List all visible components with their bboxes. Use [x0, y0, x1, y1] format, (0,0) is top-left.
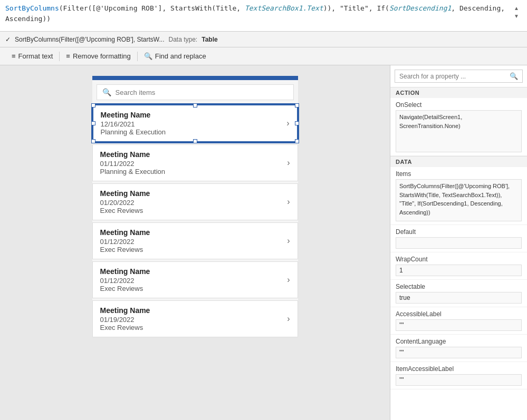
formula-keyword: SortByColumns — [5, 4, 59, 12]
list-item[interactable]: Meeting Name01/20/2022Exec Reviews› — [92, 183, 298, 220]
prop-row-wrapcount: WrapCount1 — [390, 252, 527, 280]
prop-label: AccessibleLabel — [396, 310, 522, 318]
item-date: 01/11/2022 — [100, 160, 288, 168]
remove-formatting-icon: ≡ — [66, 52, 70, 60]
item-category: Exec Reviews — [100, 207, 288, 214]
formula-text: (Filter([@'Upcoming ROB'], StartsWith(Ti… — [59, 4, 245, 12]
list-item[interactable]: Meeting Name01/12/2022Exec Reviews› — [92, 261, 298, 298]
list-item-content: Meeting Name01/19/2022Exec Reviews — [100, 306, 288, 331]
handle-mr[interactable] — [295, 121, 299, 125]
prop-value[interactable]: "" — [396, 319, 522, 331]
breadcrumb-bar: ✓ SortByColumns(Filter([@'Upcoming ROB']… — [0, 32, 527, 47]
remove-formatting-button[interactable]: ≡ Remove formatting — [60, 50, 137, 63]
item-date: 01/20/2022 — [100, 199, 288, 207]
handle-bl[interactable] — [91, 139, 95, 143]
list-item[interactable]: Meeting Name01/11/2022Planning & Executi… — [92, 144, 298, 181]
formula-text2: )), "Title", If( — [323, 4, 389, 12]
breadcrumb-data-type-value: Table — [202, 36, 217, 43]
prop-value[interactable]: Navigate(DetailScreen1, ScreenTransition… — [396, 110, 522, 152]
formula-content[interactable]: SortByColumns(Filter([@'Upcoming ROB'], … — [5, 3, 511, 24]
search-bar: 🔍 — [97, 84, 294, 100]
item-date: 12/16/2021 — [101, 120, 287, 128]
prop-row-accessiblelabel: AccessibleLabel"" — [390, 307, 527, 335]
item-category: Planning & Execution — [100, 168, 288, 175]
format-text-button[interactable]: ≡ Format text — [5, 50, 59, 63]
formula-scroll[interactable]: ▲ ▼ — [511, 3, 522, 19]
list-item[interactable]: Meeting Name01/19/2022Exec Reviews› — [92, 300, 298, 337]
prop-label: ContentLanguage — [396, 338, 522, 345]
list-item-content: Meeting Name01/12/2022Exec Reviews — [100, 267, 288, 292]
search-input[interactable] — [116, 89, 288, 96]
remove-formatting-label: Remove formatting — [73, 52, 131, 60]
scroll-up-icon[interactable]: ▲ — [514, 5, 519, 11]
handle-tl[interactable] — [91, 103, 95, 108]
item-category: Exec Reviews — [100, 246, 288, 253]
item-title: Meeting Name — [101, 111, 287, 119]
breadcrumb-check: ✓ — [5, 36, 11, 43]
search-icon: 🔍 — [102, 88, 111, 96]
handle-ml[interactable] — [91, 121, 95, 125]
breadcrumb-formula: SortByColumns(Filter([@'Upcoming ROB'], … — [15, 36, 165, 43]
list-item[interactable]: Meeting Name12/16/2021Planning & Executi… — [92, 104, 298, 142]
chevron-right-icon: › — [287, 275, 290, 285]
list-item-content: Meeting Name12/16/2021Planning & Executi… — [101, 111, 287, 136]
props-search-bar: 🔍 — [395, 70, 523, 83]
item-title: Meeting Name — [100, 189, 288, 198]
props-sections: ACTIONOnSelectNavigate(DetailScreen1, Sc… — [390, 87, 527, 389]
handle-bc[interactable] — [193, 139, 197, 143]
prop-row-onselect: OnSelectNavigate(DetailScreen1, ScreenTr… — [390, 98, 527, 156]
item-date: 01/19/2022 — [100, 316, 288, 324]
prop-value[interactable]: "" — [396, 374, 522, 386]
prop-row-selectable: Selectabletrue — [390, 280, 527, 307]
prop-row-default: Default — [390, 225, 527, 252]
prop-label: ItemAccessibleLabel — [396, 365, 522, 373]
handle-br[interactable] — [295, 139, 299, 143]
format-text-icon: ≡ — [12, 52, 16, 60]
find-replace-label: Find and replace — [155, 52, 206, 60]
prop-label: Selectable — [396, 283, 522, 290]
prop-value[interactable] — [396, 237, 522, 249]
prop-value[interactable]: true — [396, 292, 522, 304]
list-item-content: Meeting Name01/12/2022Exec Reviews — [100, 228, 288, 253]
item-category: Exec Reviews — [100, 285, 288, 292]
item-category: Exec Reviews — [100, 324, 288, 331]
item-title: Meeting Name — [100, 306, 288, 315]
item-title: Meeting Name — [100, 228, 288, 237]
find-replace-button[interactable]: 🔍 Find and replace — [138, 50, 213, 63]
main-area: 🔍 Meeting Name12/16/2021Planning & Execu… — [0, 65, 527, 420]
scroll-down-icon[interactable]: ▼ — [514, 13, 519, 19]
toolbar: ≡ Format text ≡ Remove formatting 🔍 Find… — [0, 47, 527, 65]
formula-var2: SortDescending1 — [389, 4, 451, 12]
item-date: 01/12/2022 — [100, 277, 288, 285]
formula-text4: Ascending)) — [5, 15, 51, 23]
item-category: Planning & Execution — [101, 128, 287, 136]
list-items-container: Meeting Name12/16/2021Planning & Executi… — [92, 104, 298, 337]
list-top-bar — [92, 76, 298, 80]
list-item[interactable]: Meeting Name01/12/2022Exec Reviews› — [92, 222, 298, 259]
chevron-right-icon: › — [287, 314, 290, 324]
handle-tr[interactable] — [295, 103, 299, 108]
list-container: 🔍 Meeting Name12/16/2021Planning & Execu… — [92, 76, 298, 337]
prop-value[interactable]: 1 — [396, 265, 522, 276]
prop-label: Items — [396, 170, 522, 178]
format-text-label: Format text — [18, 52, 53, 60]
prop-row-itemaccessiblelabel: ItemAccessibleLabel"" — [390, 362, 527, 389]
prop-label: WrapCount — [396, 256, 522, 263]
props-search-input[interactable] — [399, 73, 506, 80]
section-header-action: ACTION — [390, 87, 527, 98]
item-date: 01/12/2022 — [100, 238, 288, 246]
props-search-icon: 🔍 — [510, 72, 518, 80]
canvas-area[interactable]: 🔍 Meeting Name12/16/2021Planning & Execu… — [0, 65, 390, 420]
prop-label: Default — [396, 228, 522, 236]
prop-value[interactable]: SortByColumns(Filter([@'Upcoming ROB'], … — [396, 179, 522, 221]
chevron-right-icon: › — [287, 197, 290, 207]
find-replace-icon: 🔍 — [144, 52, 152, 60]
chevron-right-icon: › — [286, 119, 289, 128]
prop-value[interactable]: "" — [396, 347, 522, 358]
chevron-right-icon: › — [287, 236, 290, 246]
prop-row-items: ItemsSortByColumns(Filter([@'Upcoming RO… — [390, 167, 527, 225]
formula-bar: SortByColumns(Filter([@'Upcoming ROB'], … — [0, 0, 527, 32]
formula-var: TextSearchBox1.Text — [245, 4, 323, 12]
prop-label: OnSelect — [396, 101, 522, 109]
handle-tc[interactable] — [193, 103, 197, 108]
